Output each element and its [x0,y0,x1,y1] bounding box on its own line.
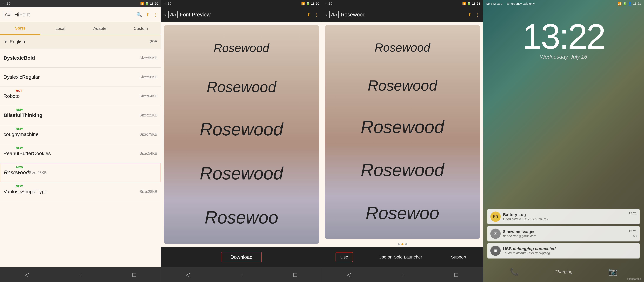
new-badge: NEW [15,165,24,169]
notif-title: 8 new messages [503,229,626,234]
font-name: PeanutButterCookies [4,151,140,156]
tab-sorts[interactable]: Sorts [0,22,40,35]
notification-messages[interactable]: ✉ 8 new messages phone.doe@gmail.com 13:… [488,226,640,242]
person-icon: 👤 [628,2,632,5]
recent-button[interactable]: □ [132,272,136,278]
back-button[interactable]: ◁ [25,271,30,278]
notif-time: 13:21 [628,229,637,233]
app-bar-2: ◁ Aa Font Preview ⬆ ⋮ [161,7,322,22]
font-item-blissfulthinking[interactable]: BlissfulThinking NEW Size:22KB [0,106,161,125]
font-item-coughymachine[interactable]: coughymachine NEW Size:73KB [0,125,161,144]
page-indicator [322,243,483,245]
preview-text-5: Rosewoo [205,207,278,228]
preview-text-3: Rosewood [200,119,283,139]
email-icon: ✉ [164,2,166,5]
dot-1 [398,243,400,245]
more-menu-icon[interactable]: ⋮ [153,12,158,17]
font-item-dyslexicregular[interactable]: DyslexicRegular Size:58KB [0,67,161,87]
recent-button[interactable]: □ [294,272,297,278]
category-header[interactable]: ▼ English 295 [0,35,161,48]
notif-title: Battery Log [503,212,626,217]
font-preview-logo: Aa [168,11,178,18]
lock-bottom-bar: 📞 Charging 📷 [483,262,644,282]
phonearena-credit: phonearena [627,278,641,281]
font-size: Size:73KB [140,132,157,137]
share-icon[interactable]: ⬆ [307,12,311,17]
share-icon[interactable]: ⬆ [468,12,472,17]
status-bar-3: ✉ 50 📶 🔋 13:21 [322,0,483,7]
notif-content-messages: 8 new messages phone.doe@gmail.com [503,229,626,238]
tab-adapter[interactable]: Adapter [80,22,121,35]
more-menu-icon[interactable]: ⋮ [475,12,480,17]
font-item-vanlosesimpletype[interactable]: VanloseSimpleType NEW Size:28KB [0,182,161,201]
home-button[interactable]: ○ [240,272,244,278]
font-item-peanutbuttercookies[interactable]: PeanutButterCookies NEW Size:54KB [0,144,161,163]
dot-3 [405,243,407,245]
notification-battery-log[interactable]: 50 Battery Log Good Health / 36.8°C / 37… [488,209,640,224]
battery-log-icon: 50 [490,212,501,222]
tab-local[interactable]: Local [40,22,80,35]
new-badge: NEW [15,127,24,131]
home-button[interactable]: ○ [401,272,405,278]
font-preview-card: Rosewood Rosewood Rosewood Rosewood Rose… [164,25,319,244]
back-button-appbar[interactable]: ◁ [325,12,328,17]
preview-text-4: Rosewood [361,160,444,180]
dot-2 [402,243,404,245]
more-menu-icon[interactable]: ⋮ [314,12,319,17]
search-icon[interactable]: 🔍 [136,12,142,17]
bottom-nav-3: ◁ ○ □ [322,267,483,282]
new-badge: NEW [15,146,24,150]
wifi-icon: 📶 [301,2,305,5]
font-item-dyslexicbold[interactable]: DyslexicBold Size:59KB [0,48,161,67]
font-name: coughymachine [4,131,140,137]
lock-status-time: 13:21 [633,2,641,5]
font-size: Size:58KB [140,75,157,79]
signal-label: 50 [168,2,171,5]
email-icon: ✉ [325,2,327,5]
support-button[interactable]: Support [448,253,469,262]
back-button[interactable]: ◁ [347,271,352,278]
font-size: Size:59KB [140,56,157,60]
share-icon[interactable]: ⬆ [146,12,150,17]
lock-status-bar: No SIM card — Emergency calls only 📶 🔋 👤… [483,0,644,7]
back-button[interactable]: ◁ [186,271,190,278]
battery-icon: 🔋 [623,2,627,5]
camera-icon[interactable]: 📷 [608,268,617,276]
status-bar-1: ✉ 50 📶 🔋 13:20 [0,0,161,7]
action-bottom-bar: Use Use on Solo Launcher Support [322,247,483,267]
font-name: VanloseSimpleType [4,189,140,195]
preview-text-5: Rosewoo [366,203,439,223]
back-button-appbar[interactable]: ◁ [164,12,167,17]
status-time: 13:20 [311,2,319,5]
battery-icon: 🔋 [306,2,310,5]
battery-icon: 🔋 [145,2,149,5]
download-button[interactable]: Download [221,252,262,262]
notif-content-battery: Battery Log Good Health / 36.8°C / 3781m… [503,212,626,221]
app-title: Font Preview [180,11,307,18]
tab-custom[interactable]: Custom [121,22,161,35]
panel-rosewood: ✉ 50 📶 🔋 13:21 ◁ Aa Rosewood ⬆ ⋮ Rosewoo… [322,0,483,282]
bottom-nav-2: ◁ ○ □ [161,267,322,282]
recent-button[interactable]: □ [454,272,458,278]
use-on-solo-launcher-button[interactable]: Use on Solo Launcher [376,253,425,262]
lock-content: No SIM card — Emergency calls only 📶 🔋 👤… [483,0,644,282]
category-count: 295 [150,39,157,44]
use-button[interactable]: Use [336,252,353,262]
app-bar-1: Aa HiFont 🔍 ⬆ ⋮ [0,7,161,22]
phone-icon[interactable]: 📞 [510,268,519,276]
notification-usb[interactable]: ▣ USB debugging connected Touch to disab… [488,243,640,259]
home-button[interactable]: ○ [79,272,83,278]
panel-lock-screen: No SIM card — Emergency calls only 📶 🔋 👤… [483,0,644,282]
preview-text-2: Rosewood [207,79,276,95]
font-item-roboto[interactable]: Roboto HOT Size:64KB [0,87,161,106]
no-sim-text: No SIM card — Emergency calls only [486,2,534,5]
font-size: Size:54KB [140,151,157,156]
app-title: HiFont [14,11,136,18]
font-list: DyslexicBold Size:59KB DyslexicRegular S… [0,48,161,267]
notifications-area: 50 Battery Log Good Health / 36.8°C / 37… [483,206,644,262]
new-badge: NEW [15,108,24,112]
wifi-icon: 📶 [618,2,622,5]
font-item-rosewood[interactable]: Rosewood NEW Size:48KB [0,163,161,182]
font-name: Roboto [4,93,140,99]
font-name: DyslexicBold [4,55,140,61]
